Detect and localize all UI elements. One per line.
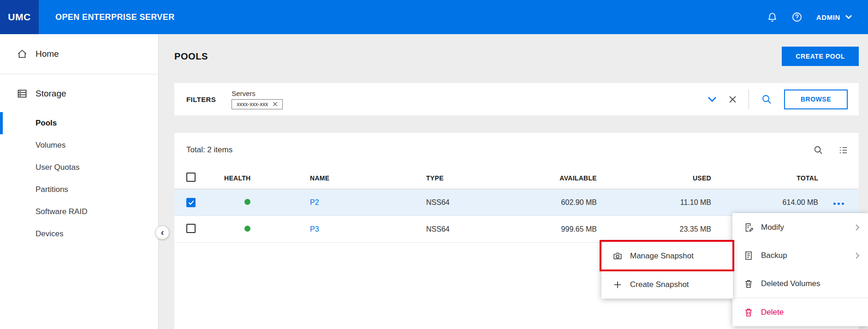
column-header-total: TOTAL: [797, 174, 818, 182]
column-header-name: NAME: [298, 174, 414, 182]
pool-available: 602.90 MB: [561, 198, 597, 207]
server-filter-chip[interactable]: xxxx-xxx-xxx: [232, 99, 283, 109]
modify-icon: [743, 222, 754, 233]
servers-filter-group: Servers xxxx-xxx-xxx: [232, 90, 283, 109]
header-actions: ADMIN: [767, 12, 868, 23]
sidebar-collapse-button[interactable]: ‹: [155, 226, 169, 239]
column-header-used: USED: [693, 174, 711, 182]
menu-item-delete[interactable]: Delete: [732, 298, 868, 326]
search-icon[interactable]: [761, 94, 772, 105]
list-view-icon[interactable]: [838, 145, 849, 156]
sidebar-item-software-raid[interactable]: Software RAID: [0, 201, 158, 223]
table-summary: Total: 2 items: [186, 145, 232, 155]
camera-icon: [612, 251, 623, 261]
snapshot-submenu: Manage Snapshot Create Snapshot: [601, 242, 733, 299]
filters-bar: FILTERS Servers xxxx-xxx-xxx BROWSE: [174, 83, 859, 115]
sidebar-item-storage[interactable]: Storage: [0, 80, 158, 108]
more-actions-icon[interactable]: [833, 203, 844, 205]
sidebar-item-label: Devices: [36, 229, 63, 239]
home-icon: [17, 48, 28, 60]
page-title: POOLS: [174, 51, 208, 62]
filters-title: FILTERS: [186, 96, 216, 103]
help-button[interactable]: [791, 12, 803, 23]
menu-item-label: Backup: [761, 251, 787, 260]
health-ok-icon: [244, 199, 250, 205]
health-ok-icon: [244, 226, 250, 232]
column-header-health: HEALTH: [212, 174, 298, 182]
chevron-right-icon: [855, 224, 860, 231]
pool-name-link[interactable]: P3: [310, 225, 319, 233]
column-header-available: AVAILABLE: [559, 174, 597, 182]
sidebar-item-label: Storage: [36, 89, 66, 99]
backup-icon: [743, 251, 754, 261]
sidebar-item-label: Volumes: [36, 141, 65, 150]
sidebar-item-home[interactable]: Home: [0, 34, 158, 74]
user-menu-label: ADMIN: [816, 13, 840, 21]
storage-subnav: Pools Volumes User Quotas Partitions Sof…: [0, 112, 158, 245]
menu-item-deleted-volumes[interactable]: Deleted Volumes: [732, 269, 868, 298]
expand-filters-chevron-down-icon[interactable]: [707, 96, 717, 102]
select-all-checkbox[interactable]: [186, 173, 196, 182]
sidebar-item-label: Partitions: [36, 185, 68, 194]
sidebar: Home Storage Pools Volumes User Quotas P…: [0, 34, 159, 329]
column-header-type: TYPE: [414, 174, 525, 182]
table-search-icon[interactable]: [813, 145, 823, 155]
menu-item-manage-snapshot[interactable]: Manage Snapshot: [601, 242, 733, 270]
sidebar-divider: [0, 74, 158, 74]
pool-name-link[interactable]: P2: [310, 198, 319, 206]
sidebar-item-partitions[interactable]: Partitions: [0, 179, 158, 201]
app-title: OPEN ENTERPRISE SERVER: [55, 12, 175, 22]
row-checkbox[interactable]: [186, 224, 196, 233]
menu-item-label: Deleted Volumes: [761, 279, 820, 288]
pool-total: 614.00 MB: [783, 198, 818, 207]
bell-icon: [767, 12, 778, 23]
create-pool-button[interactable]: CREATE POOL: [782, 47, 859, 66]
sidebar-item-user-quotas[interactable]: User Quotas: [0, 156, 158, 179]
chip-remove-icon[interactable]: [273, 102, 278, 107]
filters-actions: BROWSE: [707, 90, 848, 109]
help-icon: [791, 12, 803, 23]
check-icon: [188, 200, 194, 205]
clear-filters-close-icon[interactable]: [729, 96, 737, 103]
sidebar-item-volumes[interactable]: Volumes: [0, 134, 158, 156]
table-header-row: HEALTH NAME TYPE AVAILABLE USED TOTAL: [174, 167, 859, 189]
sidebar-item-label: Pools: [36, 119, 57, 128]
chevron-right-icon: [855, 252, 860, 259]
trash-icon: [743, 279, 754, 289]
row-actions-menu: Modify Backup Deleted Volumes: [732, 213, 868, 326]
storage-icon: [17, 88, 28, 99]
page-header: POOLS CREATE POOL: [174, 43, 859, 69]
servers-filter-label: Servers: [232, 90, 283, 97]
menu-item-label: Modify: [761, 223, 784, 232]
menu-item-label: Create Snapshot: [630, 280, 689, 289]
pool-used: 23.35 MB: [680, 225, 711, 233]
pool-type: NSS64: [414, 225, 525, 233]
pool-used: 11.10 MB: [680, 198, 711, 207]
chip-label: xxxx-xxx-xxx: [237, 101, 268, 108]
chevron-down-icon: [845, 15, 852, 19]
menu-item-modify[interactable]: Modify: [732, 213, 868, 241]
table-toolbar-icons: [813, 145, 849, 156]
sidebar-item-label: Home: [36, 49, 59, 59]
pool-type: NSS64: [414, 198, 525, 207]
table-toolbar: Total: 2 items: [174, 133, 859, 167]
browse-button[interactable]: BROWSE: [784, 90, 848, 109]
pool-available: 999.65 MB: [561, 225, 597, 233]
sidebar-item-devices[interactable]: Devices: [0, 223, 158, 245]
user-menu[interactable]: ADMIN: [816, 13, 852, 21]
notifications-button[interactable]: [767, 12, 778, 23]
top-header: UMC OPEN ENTERPRISE SERVER ADMIN: [0, 0, 868, 34]
chevron-left-icon: ‹: [161, 227, 164, 238]
menu-item-label: Delete: [761, 308, 784, 317]
table-row: P2 NSS64 602.90 MB 11.10 MB 614.00 MB: [174, 189, 859, 216]
sidebar-item-label: Software RAID: [36, 207, 87, 216]
filters-divider: [749, 90, 749, 109]
row-checkbox[interactable]: [186, 198, 196, 207]
sidebar-item-pools[interactable]: Pools: [0, 112, 158, 134]
menu-item-backup[interactable]: Backup: [732, 241, 868, 269]
sidebar-item-label: User Quotas: [36, 163, 79, 172]
umc-logo: UMC: [0, 0, 39, 34]
menu-item-label: Manage Snapshot: [630, 251, 694, 261]
delete-trash-icon: [743, 307, 754, 317]
menu-item-create-snapshot[interactable]: Create Snapshot: [601, 270, 733, 299]
